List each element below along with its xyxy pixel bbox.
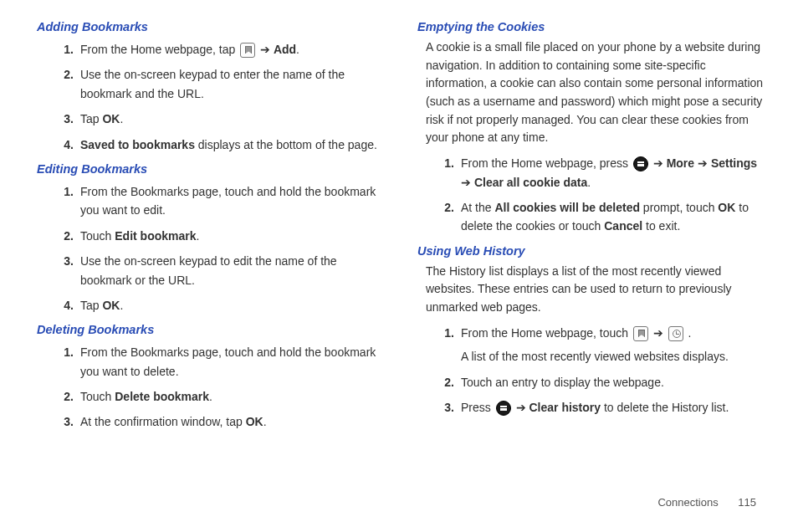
heading-adding-bookmarks: Adding Bookmarks xyxy=(37,20,384,33)
heading-using-web-history: Using Web History xyxy=(417,244,765,258)
delete-bookmark-label: Delete bookmark xyxy=(115,390,209,403)
list-item: 1. From the Bookmarks page, touch and ho… xyxy=(55,182,384,220)
arrow-icon: ➔ xyxy=(461,173,471,192)
clear-cookie-label: Clear all cookie data xyxy=(474,176,587,189)
arrow-icon: ➔ xyxy=(698,154,708,172)
step-text: A list of the most recently viewed websi… xyxy=(461,350,729,363)
step-text: Press xyxy=(461,401,494,414)
footer-section: Connections xyxy=(657,496,718,509)
manual-page: Adding Bookmarks 1. From the Home webpag… xyxy=(0,0,798,455)
history-steps: 1. From the Home webpage, touch ➔ . A li… xyxy=(436,324,765,417)
edit-bookmark-label: Edit bookmark xyxy=(115,229,196,243)
ok-label: OK xyxy=(246,415,263,428)
step-text: Use the on-screen keypad to edit the nam… xyxy=(80,254,337,286)
menu-icon xyxy=(633,156,648,171)
adding-bookmarks-steps: 1. From the Home webpage, tap ➔ Add. 2. … xyxy=(55,40,384,154)
step-text: Tap xyxy=(80,112,102,125)
deleting-bookmarks-steps: 1. From the Bookmarks page, touch and ho… xyxy=(55,343,384,432)
arrow-icon: ➔ xyxy=(260,40,270,59)
list-item: 3. Use the on-screen keypad to edit the … xyxy=(55,252,384,289)
list-item: 1. From the Home webpage, touch ➔ . A li… xyxy=(436,324,765,366)
heading-editing-bookmarks: Editing Bookmarks xyxy=(37,162,384,176)
bookmark-icon xyxy=(240,43,255,58)
cancel-label: Cancel xyxy=(604,219,642,233)
history-paragraph: The History list displays a list of the … xyxy=(426,263,765,317)
saved-label: Saved to bookmarks xyxy=(80,138,195,151)
step-text: to delete the History list. xyxy=(601,401,729,414)
step-text: Touch xyxy=(80,229,115,243)
list-item: 3. Press ➔ Clear history to delete the H… xyxy=(436,398,765,417)
clear-history-label: Clear history xyxy=(529,401,601,414)
footer-page-number: 115 xyxy=(738,496,756,509)
history-icon xyxy=(668,326,683,341)
list-item: 2. At the All cookies will be deleted pr… xyxy=(436,198,765,236)
step-text: From the Bookmarks page, touch and hold … xyxy=(80,185,376,217)
right-column: Emptying the Cookies A cookie is a small… xyxy=(417,12,765,438)
list-item: 4. Saved to bookmarks displays at the bo… xyxy=(55,136,384,154)
cookies-steps: 1. From the Home webpage, press ➔ More ➔… xyxy=(436,154,765,236)
step-text: From the Home webpage, press xyxy=(461,156,632,170)
bookmark-icon xyxy=(633,326,648,341)
heading-deleting-bookmarks: Deleting Bookmarks xyxy=(37,323,384,336)
list-item: 2. Touch Edit bookmark. xyxy=(55,227,384,245)
arrow-icon: ➔ xyxy=(653,154,663,172)
list-item: 1. From the Home webpage, press ➔ More ➔… xyxy=(436,154,765,192)
more-label: More xyxy=(667,156,694,170)
step-text: At the confirmation window, tap xyxy=(80,415,246,428)
settings-label: Settings xyxy=(711,156,757,170)
editing-bookmarks-steps: 1. From the Bookmarks page, touch and ho… xyxy=(55,182,384,315)
list-item: 2. Use the on-screen keypad to enter the… xyxy=(55,65,384,103)
cookies-paragraph: A cookie is a small file placed on your … xyxy=(426,38,765,147)
step-text: Use the on-screen keypad to enter the na… xyxy=(80,68,345,100)
heading-emptying-cookies: Emptying the Cookies xyxy=(417,20,765,33)
prompt-label: All cookies will be deleted xyxy=(494,201,640,214)
arrow-icon: ➔ xyxy=(653,324,663,342)
step-text: From the Bookmarks page, touch and hold … xyxy=(80,345,376,377)
step-text: Touch xyxy=(80,390,115,403)
left-column: Adding Bookmarks 1. From the Home webpag… xyxy=(37,12,384,438)
list-item: 2. Touch an entry to display the webpage… xyxy=(436,373,765,391)
list-item: 1. From the Home webpage, tap ➔ Add. xyxy=(55,40,384,59)
list-item: 4. Tap OK. xyxy=(55,296,384,315)
step-text: Tap xyxy=(80,299,102,312)
list-item: 3. At the confirmation window, tap OK. xyxy=(55,412,384,431)
step-text: At the xyxy=(461,201,494,214)
step-text: to exit. xyxy=(642,219,680,233)
step-text: prompt, touch xyxy=(640,201,718,214)
ok-label: OK xyxy=(102,112,120,125)
ok-label: OK xyxy=(718,201,735,214)
list-item: 2. Touch Delete bookmark. xyxy=(55,387,384,406)
step-text: Touch an entry to display the webpage. xyxy=(461,376,664,389)
step-text: From the Home webpage, tap xyxy=(80,43,238,56)
list-item: 3. Tap OK. xyxy=(55,110,384,128)
ok-label: OK xyxy=(102,299,120,312)
add-label: Add xyxy=(274,43,296,56)
page-footer: Connections 115 xyxy=(657,496,756,509)
list-item: 1. From the Bookmarks page, touch and ho… xyxy=(55,343,384,381)
arrow-icon: ➔ xyxy=(516,398,526,417)
menu-icon xyxy=(496,401,511,416)
step-text: displays at the bottom of the page. xyxy=(195,138,377,151)
step-text: From the Home webpage, touch xyxy=(461,326,632,340)
